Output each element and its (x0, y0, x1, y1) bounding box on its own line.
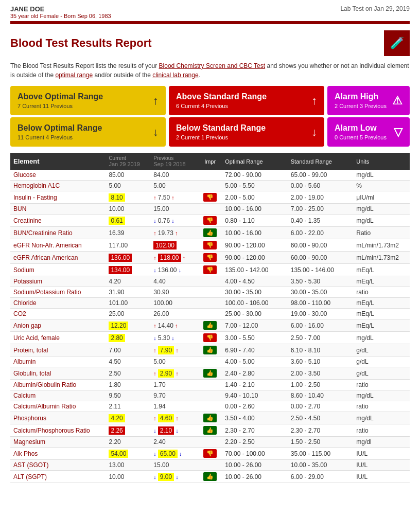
table-row: ALT (SGPT)10.00↓ 9.00 ↓👍10.00 - 26.006.0… (10, 471, 410, 483)
element-name: Uric Acid, female (10, 332, 106, 344)
units: mg/dL (353, 204, 410, 215)
card-arrow-icon: ↑ (311, 94, 317, 108)
improvement-button (198, 437, 222, 448)
impr-green-button[interactable]: 👍 (203, 426, 217, 435)
improvement-button[interactable]: 👍 (198, 227, 222, 239)
card-title: Alarm Low (335, 123, 387, 133)
improvement-button[interactable]: 👎 (198, 332, 222, 344)
standard-range: 0.00 - 2.70 (288, 401, 353, 412)
col-units: Units (353, 153, 410, 170)
report-description: The Blood Test Results Report lists the … (0, 59, 420, 86)
standard-range: 1.50 - 2.50 (288, 437, 353, 448)
card-title: Above Standard Range (176, 92, 267, 101)
improvement-button[interactable]: 👎 (198, 215, 222, 227)
current-value: 2.11 (106, 401, 150, 412)
current-value: 7.00 (106, 344, 150, 356)
improvement-button[interactable]: 👎 (198, 448, 222, 460)
previous-value: 9.70 (150, 390, 198, 401)
card-title: Below Standard Range (176, 123, 266, 133)
table-row: Sodium/Potassium Ratio31.9030.9030.00 - … (10, 287, 410, 298)
impr-red-button[interactable]: 👎 (203, 193, 217, 202)
improvement-button[interactable]: 👎 (198, 191, 222, 204)
improvement-button[interactable]: 👍 (198, 471, 222, 483)
current-value: 85.00 (106, 170, 150, 181)
results-table: Element Current Jan 29 2019 Previous Sep… (10, 153, 410, 483)
standard-range: 30.00 - 35.00 (288, 287, 353, 298)
improvement-button[interactable]: 👎 (198, 239, 222, 252)
optimal-range: 10.00 - 16.00 (222, 227, 287, 239)
current-value: 101.00 (106, 298, 150, 309)
optimal-range: 1.40 - 2.10 (222, 380, 287, 390)
current-value: 4.50 (106, 356, 150, 367)
impr-green-button[interactable]: 👍 (203, 369, 217, 378)
optimal-range: 7.00 - 12.00 (222, 319, 287, 332)
impr-red-button[interactable]: 👎 (203, 449, 217, 458)
current-value: 12.20 (106, 319, 150, 332)
units: Ratio (353, 227, 410, 239)
improvement-button (198, 298, 222, 309)
table-row: Creatinine0.61↓ 0.76 ↓👎0.80 - 1.100.40 -… (10, 215, 410, 227)
previous-value: 1.70 (150, 380, 198, 390)
summary-card-alarm-low[interactable]: Alarm Low0 Current 5 Previous▽ (327, 117, 410, 147)
patient-info: JANE DOE 35 year old Female - Born Sep 0… (10, 5, 111, 19)
previous-value: ↓ 2.10 ↓ (150, 424, 198, 437)
optimal-range: 90.00 - 120.00 (222, 252, 287, 264)
improvement-button[interactable]: 👍 (198, 344, 222, 356)
improvement-button[interactable]: 👍 (198, 424, 222, 437)
previous-value: 2.40 (150, 437, 198, 448)
summary-card-above-optimal-range[interactable]: Above Optimal Range7 Current 11 Previous… (10, 86, 166, 115)
standard-range: 3.50 - 5.30 (288, 276, 353, 287)
optimal-range: 135.00 - 142.00 (222, 264, 287, 276)
units: mg/dl (353, 437, 410, 448)
improvement-button[interactable]: 👍 (198, 412, 222, 424)
improvement-button[interactable]: 👍 (198, 319, 222, 332)
element-name: Chloride (10, 298, 106, 309)
impr-red-button[interactable]: 👎 (203, 253, 217, 262)
units: g/dL (353, 344, 410, 356)
impr-green-button[interactable]: 👍 (203, 472, 217, 481)
impr-green-button[interactable]: 👍 (203, 346, 217, 354)
impr-red-button[interactable]: 👎 (203, 216, 217, 225)
summary-card-below-standard-range[interactable]: Below Standard Range2 Current 1 Previous… (169, 117, 324, 147)
improvement-button (198, 390, 222, 401)
standard-range: 98.00 - 110.00 (288, 298, 353, 309)
impr-red-button[interactable]: 👎 (203, 265, 217, 274)
units: mEq/L (353, 319, 410, 332)
optimal-range: 0.80 - 1.10 (222, 215, 287, 227)
impr-red-button[interactable]: 👎 (203, 241, 217, 249)
optimal-range: 10.00 - 16.00 (222, 204, 287, 215)
impr-red-button[interactable]: 👎 (203, 333, 217, 342)
col-optimal: Optimal Range (222, 153, 287, 170)
improvement-button[interactable]: 👎 (198, 252, 222, 264)
current-value: 8.10 (106, 191, 150, 204)
current-value: 117.00 (106, 239, 150, 252)
improvement-button[interactable]: 👎 (198, 264, 222, 276)
standard-range: 2.00 - 3.50 (288, 367, 353, 380)
current-value: 2.50 (106, 367, 150, 380)
element-name: Magnesium (10, 437, 106, 448)
table-row: Potassium4.204.404.00 - 4.503.50 - 5.30m… (10, 276, 410, 287)
previous-value: ↓ 136.00 ↓ (150, 264, 198, 276)
previous-value: 5.00 (150, 356, 198, 367)
optimal-range: 10.00 - 26.00 (222, 460, 287, 471)
card-sub: 7 Current 11 Previous (18, 103, 103, 109)
card-title: Below Optimal Range (18, 123, 102, 133)
standard-range: 60.00 - 90.00 (288, 252, 353, 264)
previous-value: 5.00 (150, 181, 198, 191)
summary-card-below-optimal-range[interactable]: Below Optimal Range11 Current 4 Previous… (10, 117, 166, 147)
impr-green-button[interactable]: 👍 (203, 414, 217, 422)
units: mg/dL (353, 170, 410, 181)
optimal-range: 70.00 - 100.00 (222, 448, 287, 460)
impr-green-button[interactable]: 👍 (203, 321, 217, 330)
standard-range: 35.00 - 115.00 (288, 448, 353, 460)
units: mEq/L (353, 298, 410, 309)
standard-range: 60.00 - 90.00 (288, 239, 353, 252)
impr-green-button[interactable]: 👍 (203, 228, 217, 237)
summary-card-alarm-high[interactable]: Alarm High2 Current 3 Previous⚠ (327, 86, 410, 115)
element-name: BUN (10, 204, 106, 215)
improvement-button[interactable]: 👍 (198, 367, 222, 380)
standard-range: 65.00 - 99.00 (288, 170, 353, 181)
table-row: Albumin/Globulin Ratio1.801.701.40 - 2.1… (10, 380, 410, 390)
summary-card-above-standard-range[interactable]: Above Standard Range6 Current 4 Previous… (169, 86, 324, 115)
optimal-range: 6.90 - 7.40 (222, 344, 287, 356)
